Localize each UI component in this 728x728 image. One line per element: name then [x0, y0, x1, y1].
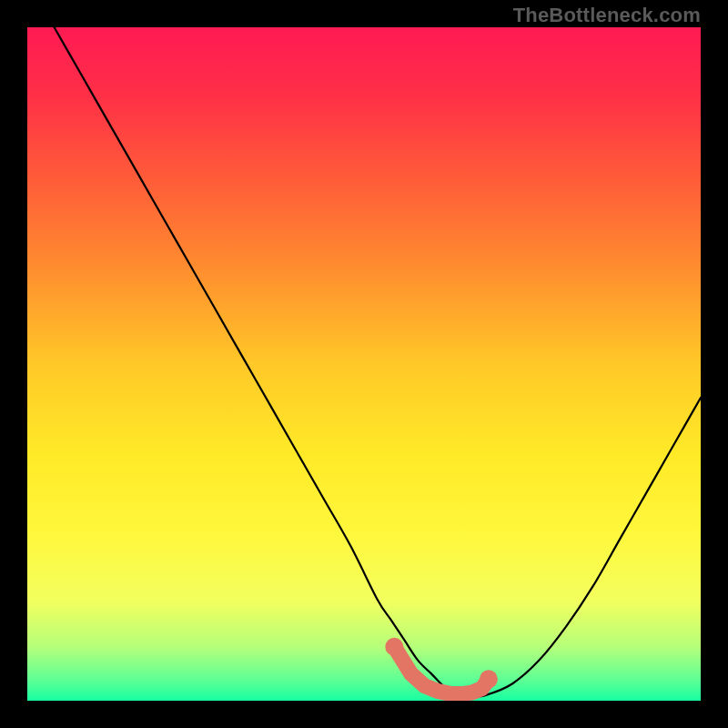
highlight-dot	[385, 638, 403, 656]
chart-plot-area	[27, 27, 701, 701]
highlight-stroke	[394, 647, 489, 694]
highlight-markers	[385, 638, 498, 694]
bottleneck-curve	[55, 27, 701, 696]
watermark-text: TheBottleneck.com	[513, 4, 701, 27]
highlight-dot	[480, 670, 498, 688]
chart-overlay	[27, 27, 701, 701]
